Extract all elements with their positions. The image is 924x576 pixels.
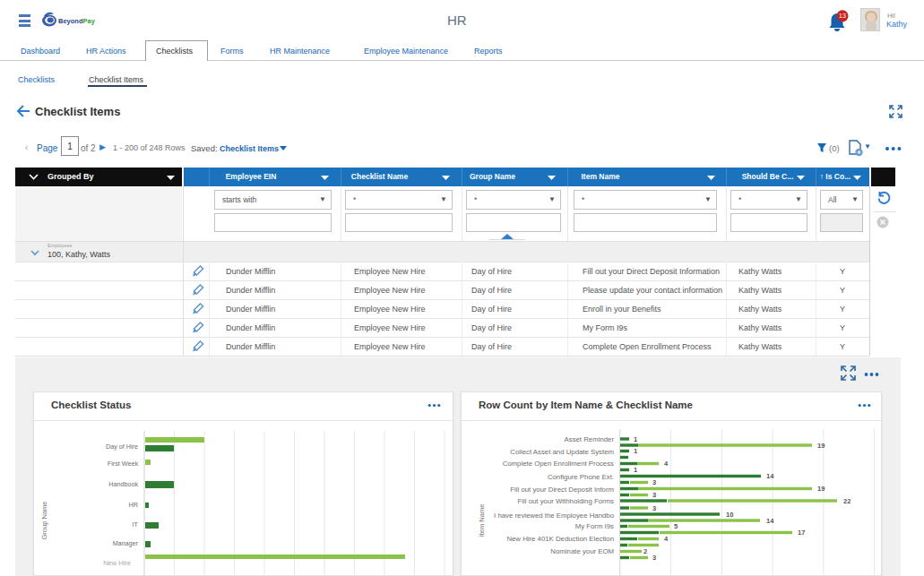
svg-text:1: 1 [634, 447, 637, 455]
svg-text:Fill out your Direct Deposit I: Fill out your Direct Deposit Inform [510, 486, 614, 494]
svg-text:1: 1 [634, 435, 637, 443]
svg-text:Collect Asset and Update Syste: Collect Asset and Update System [510, 448, 614, 456]
svg-text:First Week: First Week [108, 460, 139, 468]
svg-text:3: 3 [652, 554, 656, 562]
svg-text:New Hire 401K Deduction Electi: New Hire 401K Deduction Election [506, 535, 614, 543]
svg-text:Nominate your EOM: Nominate your EOM [550, 547, 614, 555]
svg-text:3: 3 [652, 491, 656, 499]
svg-text:5: 5 [674, 522, 678, 530]
svg-text:Asset Reminder: Asset Reminder [565, 435, 615, 443]
svg-text:Complete Open Enrollment Proce: Complete Open Enrollment Process [503, 460, 614, 468]
svg-text:My Form I9s: My Form I9s [575, 522, 614, 530]
svg-text:10: 10 [726, 511, 733, 519]
svg-text:14: 14 [766, 472, 774, 480]
svg-text:Item Name: Item Name [478, 504, 486, 537]
svg-text:1: 1 [634, 466, 637, 474]
svg-text:19: 19 [817, 442, 825, 450]
svg-text:17: 17 [798, 529, 805, 537]
svg-text:IT: IT [133, 520, 139, 529]
svg-text:Configure Phone Ext.: Configure Phone Ext. [548, 473, 614, 481]
svg-text:19: 19 [817, 485, 825, 493]
svg-text:3: 3 [652, 478, 656, 486]
svg-text:4: 4 [664, 535, 669, 543]
svg-text:Handbook: Handbook [108, 480, 138, 488]
svg-text:Group Name: Group Name [40, 502, 48, 540]
svg-text:3: 3 [652, 504, 656, 512]
svg-text:22: 22 [843, 497, 851, 505]
svg-text:BeyondPay: BeyondPay [58, 17, 96, 25]
svg-text:Manager: Manager [113, 539, 139, 547]
svg-text:New Hire: New Hire [103, 559, 131, 567]
svg-text:2: 2 [643, 547, 647, 555]
svg-text:4: 4 [664, 460, 669, 468]
svg-text:I have reviewed the Employee H: I have reviewed the Employee Handbo [494, 512, 615, 520]
svg-text:14: 14 [766, 517, 774, 525]
svg-text:13: 13 [839, 13, 846, 19]
svg-text:HR: HR [129, 501, 138, 509]
svg-text:Day of Hire: Day of Hire [106, 443, 138, 451]
svg-text:Fill out your Withholding Form: Fill out your Withholding Forms [518, 497, 615, 505]
